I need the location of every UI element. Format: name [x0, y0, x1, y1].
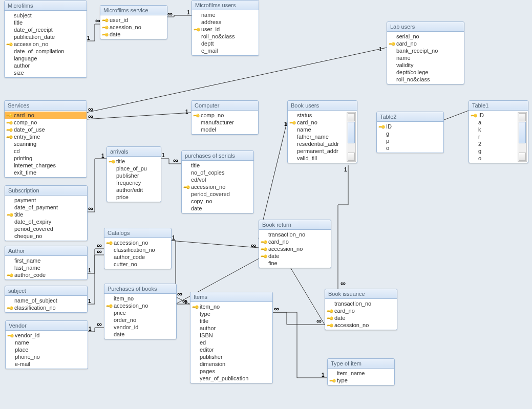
field-row[interactable]: resedential_addr — [288, 140, 348, 147]
field-row[interactable]: transaction_no — [325, 300, 397, 307]
field-row[interactable]: scanning — [5, 140, 87, 147]
relationship-line[interactable] — [171, 241, 259, 248]
table-vendor[interactable]: Vendorvendor_idnameplacephone_noe-mail — [5, 320, 88, 369]
field-row[interactable]: printing — [5, 155, 87, 162]
table-table1[interactable]: Table1IDakr2go — [469, 100, 528, 163]
field-row[interactable]: accession_no — [259, 245, 331, 252]
table-header[interactable]: purchases of serials — [182, 151, 253, 161]
field-row[interactable]: deptt/college — [387, 69, 464, 76]
table-header[interactable]: Author — [5, 246, 87, 256]
scrollbar-thumb[interactable] — [348, 122, 355, 143]
field-row[interactable]: first_name — [5, 257, 87, 264]
table-header[interactable]: Microfilms service — [100, 6, 167, 15]
table-arrivals[interactable]: arrivalstitleplace_of_pupublisherfrequen… — [107, 146, 161, 202]
table-microfilms_users[interactable]: Microfilms usersnameaddressuser_idroll_n… — [191, 0, 259, 56]
field-row[interactable]: name_of_subject — [5, 297, 87, 304]
table-services[interactable]: Servicescard_nocomp_nodate_of_useentry_t… — [4, 100, 87, 178]
table-book_return[interactable]: Book returntransaction_nocard_noaccessio… — [259, 220, 331, 268]
field-row[interactable]: place — [6, 346, 88, 353]
field-row[interactable]: internet_charges — [5, 162, 87, 169]
field-row[interactable]: no_of_copies — [182, 169, 253, 176]
field-row[interactable]: 2 — [469, 140, 519, 147]
field-row[interactable]: accession_no — [104, 239, 171, 246]
field-row[interactable]: name — [192, 11, 259, 18]
field-row[interactable]: publisher — [190, 353, 272, 360]
field-row[interactable]: roll_no&class — [387, 76, 464, 83]
field-row[interactable]: date_of_receipt — [5, 26, 87, 33]
scrollbar-thumb[interactable] — [519, 122, 526, 143]
table-catalogs[interactable]: Catalogsaccession_noclassification_noaut… — [104, 228, 172, 269]
field-row[interactable]: entry_time — [5, 133, 87, 140]
field-row[interactable]: place_of_pu — [107, 165, 161, 172]
field-row[interactable]: ISBN — [190, 332, 272, 339]
field-row[interactable]: publication_date — [5, 33, 87, 40]
field-row[interactable]: permanent_addr — [288, 147, 348, 155]
field-row[interactable]: type — [190, 310, 272, 317]
relationship-line[interactable] — [338, 165, 348, 289]
field-row[interactable]: date_of_use — [5, 126, 87, 133]
field-row[interactable]: title — [182, 162, 253, 169]
table-type_item[interactable]: Type of itemitem_nametype — [327, 358, 395, 385]
field-row[interactable]: k — [469, 126, 519, 133]
field-row[interactable]: card_no — [259, 238, 331, 245]
field-row[interactable]: title — [5, 211, 87, 218]
field-row[interactable]: subject — [5, 12, 87, 19]
table-header[interactable]: Microfilms users — [192, 1, 259, 10]
field-row[interactable]: accession_no — [182, 183, 253, 190]
field-row[interactable]: manufacturer — [191, 119, 258, 126]
field-row[interactable]: card_no — [387, 40, 464, 47]
field-row[interactable]: bank_receipt_no — [387, 47, 464, 54]
table-header[interactable]: subject — [5, 286, 87, 296]
field-row[interactable]: g — [377, 130, 443, 137]
table-table2[interactable]: Table2IDgpo — [376, 112, 444, 153]
field-row[interactable]: fine — [259, 260, 331, 267]
field-row[interactable]: language — [5, 55, 87, 62]
field-row[interactable]: user_id — [192, 26, 259, 33]
field-row[interactable]: address — [192, 18, 259, 26]
table-header[interactable]: Type of item — [328, 359, 394, 369]
field-row[interactable]: date — [182, 205, 253, 212]
field-row[interactable]: comp_no — [191, 112, 258, 119]
field-row[interactable]: name — [387, 54, 464, 61]
field-row[interactable]: period_covered — [5, 225, 87, 232]
scrollbar[interactable] — [347, 112, 356, 162]
field-row[interactable]: ed — [190, 339, 272, 346]
field-row[interactable]: date — [104, 331, 176, 338]
field-row[interactable]: price — [107, 193, 161, 201]
field-row[interactable]: acession_no — [100, 24, 167, 31]
relationship-line[interactable] — [87, 249, 104, 304]
field-row[interactable]: author_code — [104, 253, 171, 261]
field-row[interactable]: dimension — [190, 360, 272, 368]
field-row[interactable]: frequency — [107, 179, 161, 186]
table-header[interactable]: Services — [5, 101, 87, 111]
field-row[interactable]: type — [328, 377, 394, 384]
table-purchases_serials[interactable]: purchases of serialstitleno_of_copiesed/… — [181, 150, 254, 213]
table-header[interactable]: Microfilms — [5, 1, 87, 11]
table-lab_users[interactable]: Lab usersserial_nocard_nobank_receipt_no… — [387, 21, 464, 84]
field-row[interactable]: accession_no — [325, 321, 397, 329]
field-row[interactable]: item_no — [190, 303, 272, 310]
field-row[interactable]: exit_time — [5, 169, 87, 176]
table-header[interactable]: Book users — [288, 101, 357, 111]
field-row[interactable]: author — [190, 325, 272, 332]
field-row[interactable]: cd — [5, 147, 87, 155]
scrollbar[interactable] — [518, 112, 527, 162]
field-row[interactable]: phone_no — [6, 353, 88, 360]
table-book_users[interactable]: Book usersstatuscard_nonamefather_namere… — [287, 100, 357, 163]
table-book_issuance[interactable]: Book issuancetransaction_nocard_nodateac… — [325, 289, 397, 330]
field-row[interactable]: status — [288, 112, 348, 119]
field-row[interactable]: model — [191, 126, 258, 133]
field-row[interactable]: title — [107, 158, 161, 165]
table-header[interactable]: Catalogs — [104, 228, 171, 238]
field-row[interactable]: ID — [469, 112, 519, 119]
field-row[interactable]: father_name — [288, 133, 348, 140]
table-header[interactable]: Computer — [191, 101, 258, 111]
table-header[interactable]: Lab users — [387, 22, 464, 32]
table-items[interactable]: Itemsitem_notypetitleauthorISBNededitorp… — [190, 292, 273, 383]
field-row[interactable]: classification_no — [5, 304, 87, 311]
field-row[interactable]: date — [100, 31, 167, 38]
field-row[interactable]: card_no — [288, 119, 348, 126]
field-row[interactable]: payment — [5, 197, 87, 204]
field-row[interactable]: author_code — [5, 271, 87, 278]
field-row[interactable]: ed/vol — [182, 176, 253, 183]
